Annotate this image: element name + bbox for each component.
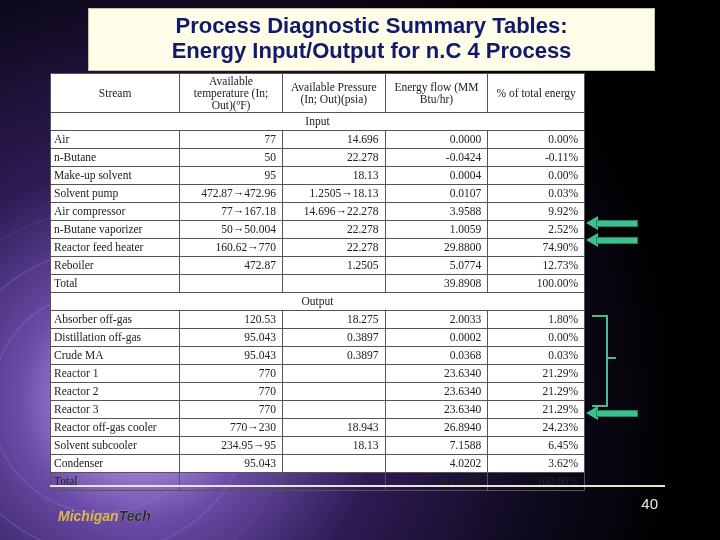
press-cell: 0.3897 bbox=[282, 329, 385, 347]
temp-cell: 95.043 bbox=[180, 347, 283, 365]
col-stream: Stream bbox=[51, 74, 180, 113]
stream-cell: Solvent subcooler bbox=[51, 437, 180, 455]
press-cell: 22.278 bbox=[282, 149, 385, 167]
temp-cell: 234.95→95 bbox=[180, 437, 283, 455]
table-row: Absorber off-gas120.5318.2752.00331.80% bbox=[51, 311, 585, 329]
arrow-off-gas-cooler bbox=[586, 408, 638, 417]
table-row: n-Butane vaporizer50→50.00422.2781.00592… bbox=[51, 221, 585, 239]
energy-table: Stream Available temperature (In; Out)(º… bbox=[50, 73, 585, 491]
press-cell: 14.696 bbox=[282, 131, 385, 149]
pct-cell: 12.73% bbox=[488, 257, 585, 275]
temp-cell: 95.043 bbox=[180, 329, 283, 347]
energy-cell: 0.0004 bbox=[385, 167, 488, 185]
table-body: InputAir7714.6960.00000.00%n-Butane5022.… bbox=[51, 113, 585, 491]
bracket-reactors bbox=[592, 315, 608, 407]
pct-cell: 1.80% bbox=[488, 311, 585, 329]
energy-cell: 23.6340 bbox=[385, 401, 488, 419]
section-row: Input bbox=[51, 113, 585, 131]
energy-cell: 0.0107 bbox=[385, 185, 488, 203]
energy-cell: 23.6340 bbox=[385, 365, 488, 383]
pct-cell: 3.62% bbox=[488, 455, 585, 473]
press-cell bbox=[282, 401, 385, 419]
logo-part1: Michigan bbox=[58, 508, 119, 524]
stream-cell: Absorber off-gas bbox=[51, 311, 180, 329]
temp-cell: 770 bbox=[180, 365, 283, 383]
pct-cell: 24.23% bbox=[488, 419, 585, 437]
energy-cell: 39.8908 bbox=[385, 275, 488, 293]
energy-cell: 23.6340 bbox=[385, 383, 488, 401]
temp-cell: 160.62→770 bbox=[180, 239, 283, 257]
arrow-bar bbox=[596, 410, 638, 417]
table-row: Total39.8908100.00% bbox=[51, 275, 585, 293]
pct-cell: 21.29% bbox=[488, 383, 585, 401]
pct-cell: 0.03% bbox=[488, 347, 585, 365]
table-header-row: Stream Available temperature (In; Out)(º… bbox=[51, 74, 585, 113]
section-label: Output bbox=[51, 293, 585, 311]
temp-cell: 77→167.18 bbox=[180, 203, 283, 221]
press-cell: 22.278 bbox=[282, 239, 385, 257]
pct-cell: 0.03% bbox=[488, 185, 585, 203]
footer-divider bbox=[50, 485, 665, 487]
stream-cell: Reactor 2 bbox=[51, 383, 180, 401]
table-row: Solvent subcooler234.95→9518.137.15886.4… bbox=[51, 437, 585, 455]
press-cell: 1.2505 bbox=[282, 257, 385, 275]
press-cell: 18.13 bbox=[282, 167, 385, 185]
title-line-2: Energy Input/Output for n.C 4 Process bbox=[99, 38, 644, 63]
energy-cell: 26.8940 bbox=[385, 419, 488, 437]
press-cell bbox=[282, 473, 385, 491]
table-row: Crude MA95.0430.38970.03680.03% bbox=[51, 347, 585, 365]
col-temp: Available temperature (In; Out)(ºF) bbox=[180, 74, 283, 113]
temp-cell: 770→230 bbox=[180, 419, 283, 437]
pct-cell: 9.92% bbox=[488, 203, 585, 221]
stream-cell: n-Butane vaporizer bbox=[51, 221, 180, 239]
press-cell: 0.3897 bbox=[282, 347, 385, 365]
press-cell: 18.275 bbox=[282, 311, 385, 329]
press-cell bbox=[282, 383, 385, 401]
col-eflow: Energy flow (MM Btu/hr) bbox=[385, 74, 488, 113]
table-row: Distillation off-gas95.0430.38970.00020.… bbox=[51, 329, 585, 347]
table-row: Reactor off-gas cooler770→23018.94326.89… bbox=[51, 419, 585, 437]
logo-part2: Tech bbox=[119, 508, 151, 524]
press-cell: 1.2505→18.13 bbox=[282, 185, 385, 203]
energy-cell: 0.0000 bbox=[385, 131, 488, 149]
stream-cell: Crude MA bbox=[51, 347, 180, 365]
stream-cell: Reactor off-gas cooler bbox=[51, 419, 180, 437]
stream-cell: Air bbox=[51, 131, 180, 149]
energy-cell: 7.1588 bbox=[385, 437, 488, 455]
section-row: Output bbox=[51, 293, 585, 311]
arrow-reboiler bbox=[586, 235, 638, 244]
stream-cell: Make-up solvent bbox=[51, 167, 180, 185]
press-cell: 14.696→22.278 bbox=[282, 203, 385, 221]
arrow-reactor-feed-heater bbox=[586, 218, 638, 227]
stream-cell: Total bbox=[51, 473, 180, 491]
pct-cell: 0.00% bbox=[488, 167, 585, 185]
stream-cell: Solvent pump bbox=[51, 185, 180, 203]
pct-cell: 74.90% bbox=[488, 239, 585, 257]
stream-cell: Reactor feed heater bbox=[51, 239, 180, 257]
table-row: Total111.0153100.00% bbox=[51, 473, 585, 491]
press-cell bbox=[282, 455, 385, 473]
temp-cell: 95 bbox=[180, 167, 283, 185]
table-row: Solvent pump472.87→472.961.2505→18.130.0… bbox=[51, 185, 585, 203]
temp-cell: 472.87→472.96 bbox=[180, 185, 283, 203]
title-box: Process Diagnostic Summary Tables: Energ… bbox=[88, 8, 655, 71]
temp-cell: 50 bbox=[180, 149, 283, 167]
stream-cell: Reactor 1 bbox=[51, 365, 180, 383]
arrow-bar bbox=[596, 220, 638, 227]
energy-cell: 29.8800 bbox=[385, 239, 488, 257]
press-cell: 22.278 bbox=[282, 221, 385, 239]
temp-cell: 472.87 bbox=[180, 257, 283, 275]
press-cell bbox=[282, 365, 385, 383]
stream-cell: Distillation off-gas bbox=[51, 329, 180, 347]
energy-cell: 2.0033 bbox=[385, 311, 488, 329]
pct-cell: 0.00% bbox=[488, 329, 585, 347]
table-row: Reactor 177023.634021.29% bbox=[51, 365, 585, 383]
energy-cell: 1.0059 bbox=[385, 221, 488, 239]
temp-cell: 77 bbox=[180, 131, 283, 149]
data-table-wrap: Stream Available temperature (In; Out)(º… bbox=[50, 73, 585, 473]
press-cell: 18.943 bbox=[282, 419, 385, 437]
title-line-1: Process Diagnostic Summary Tables: bbox=[99, 13, 644, 38]
energy-cell: 3.9588 bbox=[385, 203, 488, 221]
table-row: Make-up solvent9518.130.00040.00% bbox=[51, 167, 585, 185]
energy-cell: -0.0424 bbox=[385, 149, 488, 167]
